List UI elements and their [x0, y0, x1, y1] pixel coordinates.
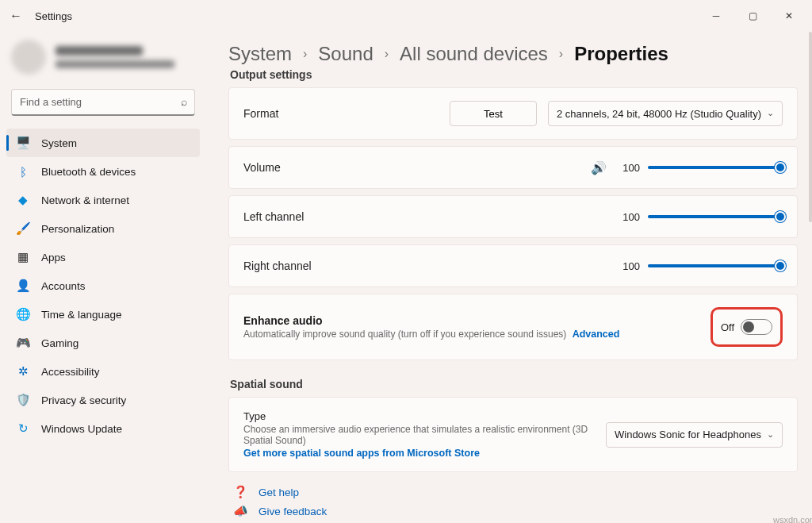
- crumb-properties: Properties: [574, 43, 668, 65]
- bluetooth-icon: ᛒ: [16, 164, 30, 179]
- get-help-link[interactable]: Get help: [259, 486, 299, 498]
- right-slider[interactable]: [648, 258, 783, 274]
- nav-label: Network & internet: [41, 194, 129, 206]
- sidebar: ⌕ 🖥️System ᛒBluetooth & devices ◆Network…: [0, 32, 206, 523]
- enhance-toggle[interactable]: [741, 319, 772, 335]
- store-link[interactable]: Get more spatial sound apps from Microso…: [243, 448, 592, 459]
- nav-item-privacy[interactable]: 🛡️Privacy & security: [6, 386, 200, 414]
- user-profile[interactable]: [6, 40, 200, 86]
- give-feedback-link[interactable]: Give feedback: [259, 506, 327, 517]
- volume-label: Volume: [243, 161, 402, 174]
- crumb-devices[interactable]: All sound devices: [400, 43, 548, 65]
- right-label: Right channel: [243, 260, 402, 272]
- type-label-block: Type Choose an immersive audio experienc…: [243, 410, 592, 459]
- enhance-title: Enhance audio: [243, 314, 619, 327]
- chevron-down-icon: ⌄: [767, 429, 774, 440]
- back-button[interactable]: ←: [5, 9, 27, 23]
- spatial-type-dropdown[interactable]: Windows Sonic for Headphones ⌄: [606, 422, 783, 448]
- format-value: 2 channels, 24 bit, 48000 Hz (Studio Qua…: [557, 108, 761, 120]
- spatial-section-header: Spatial sound: [230, 378, 798, 390]
- profile-text: [56, 46, 174, 68]
- format-dropdown[interactable]: 2 channels, 24 bit, 48000 Hz (Studio Qua…: [548, 101, 783, 126]
- brush-icon: 🖌️: [16, 221, 30, 236]
- nav-item-system[interactable]: 🖥️System: [6, 129, 200, 157]
- nav-label: Accounts: [41, 280, 86, 292]
- right-channel-row: Right channel 100: [228, 244, 798, 287]
- watermark: wsxdn.com: [773, 515, 812, 523]
- main-content: System › Sound › All sound devices › Pro…: [206, 32, 812, 523]
- search-wrap: ⌕: [11, 89, 195, 116]
- nav-label: System: [41, 137, 77, 149]
- volume-row: Volume 🔊 100: [228, 146, 798, 189]
- close-button[interactable]: ✕: [771, 4, 807, 28]
- enhance-subtitle: Automatically improve sound quality (tur…: [243, 329, 619, 340]
- chevron-right-icon: ›: [559, 47, 563, 61]
- breadcrumb: System › Sound › All sound devices › Pro…: [228, 32, 798, 70]
- search-input[interactable]: [11, 89, 195, 116]
- nav-label: Apps: [41, 252, 66, 263]
- test-button[interactable]: Test: [450, 101, 537, 126]
- nav-label: Personalization: [41, 223, 114, 235]
- nav-label: Windows Update: [41, 423, 122, 435]
- apps-icon: ▦: [16, 250, 30, 264]
- person-icon: 👤: [16, 279, 30, 293]
- left-value: 100: [616, 211, 640, 223]
- format-label: Format: [243, 107, 402, 120]
- help-icon: ❓: [233, 485, 247, 499]
- gamepad-icon: 🎮: [16, 336, 30, 350]
- nav-item-apps[interactable]: ▦Apps: [6, 243, 200, 271]
- crumb-system[interactable]: System: [228, 43, 292, 65]
- chevron-right-icon: ›: [385, 47, 389, 61]
- type-subtitle: Choose an immersive audio experience tha…: [243, 424, 592, 446]
- nav-item-bluetooth[interactable]: ᛒBluetooth & devices: [6, 157, 200, 186]
- feedback-row: 📣 Give feedback: [233, 504, 798, 518]
- advanced-link[interactable]: Advanced: [573, 329, 620, 340]
- search-icon: ⌕: [181, 95, 187, 108]
- update-icon: ↻: [16, 421, 30, 436]
- output-section-header: Output settings: [230, 68, 798, 81]
- volume-slider[interactable]: [648, 160, 783, 175]
- avatar: [11, 40, 46, 75]
- globe-icon: 🌐: [16, 307, 30, 321]
- left-label: Left channel: [243, 210, 402, 223]
- scrollbar[interactable]: [809, 32, 812, 222]
- crumb-sound[interactable]: Sound: [318, 43, 373, 65]
- window-buttons: ─ ▢ ✕: [698, 4, 807, 28]
- nav-item-update[interactable]: ↻Windows Update: [6, 414, 200, 443]
- nav-label: Time & language: [41, 309, 122, 321]
- accessibility-icon: ✲: [16, 364, 30, 379]
- enhance-toggle-highlight: Off: [710, 307, 783, 347]
- nav-label: Gaming: [41, 337, 79, 349]
- nav-item-network[interactable]: ◆Network & internet: [6, 186, 200, 214]
- nav-item-accounts[interactable]: 👤Accounts: [6, 271, 200, 300]
- shield-icon: 🛡️: [16, 393, 30, 407]
- feedback-icon: 📣: [233, 504, 247, 518]
- type-title: Type: [243, 410, 592, 422]
- right-value: 100: [616, 260, 640, 272]
- minimize-button[interactable]: ─: [698, 4, 734, 28]
- nav-item-personalization[interactable]: 🖌️Personalization: [6, 214, 200, 243]
- left-slider[interactable]: [648, 209, 783, 225]
- chevron-right-icon: ›: [303, 47, 307, 61]
- display-icon: 🖥️: [16, 136, 30, 150]
- volume-value: 100: [616, 162, 640, 174]
- nav-item-time[interactable]: 🌐Time & language: [6, 300, 200, 329]
- nav-item-accessibility[interactable]: ✲Accessibility: [6, 357, 200, 386]
- toggle-state-label: Off: [721, 321, 734, 333]
- nav-list: 🖥️System ᛒBluetooth & devices ◆Network &…: [6, 129, 200, 443]
- nav-item-gaming[interactable]: 🎮Gaming: [6, 329, 200, 357]
- spatial-type-row: Type Choose an immersive audio experienc…: [228, 397, 798, 472]
- nav-label: Bluetooth & devices: [41, 166, 136, 178]
- titlebar: ← Settings ─ ▢ ✕: [0, 0, 812, 32]
- enhance-label-block: Enhance audio Automatically improve soun…: [243, 314, 619, 340]
- wifi-icon: ◆: [16, 193, 30, 207]
- format-row: Format Test 2 channels, 24 bit, 48000 Hz…: [228, 87, 798, 140]
- speaker-icon[interactable]: 🔊: [591, 160, 607, 175]
- chevron-down-icon: ⌄: [767, 108, 774, 118]
- left-channel-row: Left channel 100: [228, 195, 798, 238]
- nav-label: Accessibility: [41, 366, 100, 378]
- nav-label: Privacy & security: [41, 394, 126, 406]
- maximize-button[interactable]: ▢: [734, 4, 771, 28]
- spatial-type-value: Windows Sonic for Headphones: [615, 429, 761, 440]
- get-help-row: ❓ Get help: [233, 485, 798, 499]
